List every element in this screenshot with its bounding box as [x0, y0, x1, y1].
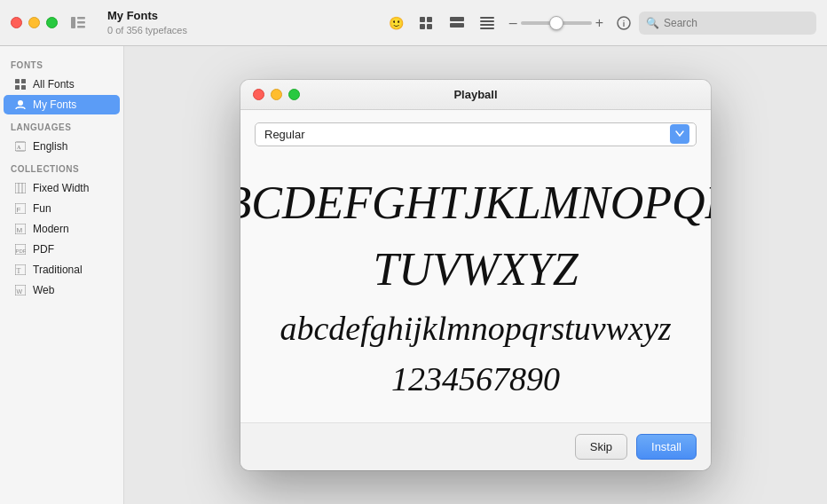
modal-footer: Skip Install [240, 422, 711, 470]
svg-rect-12 [480, 24, 494, 26]
search-input[interactable] [664, 17, 809, 29]
english-icon: A [14, 140, 27, 153]
my-fonts-label: My Fonts [33, 98, 76, 111]
english-label: English [33, 140, 67, 153]
font-variant-selector: Regular [255, 122, 697, 146]
all-fonts-icon [14, 78, 27, 91]
app-subtitle: 0 of 356 typefaces [107, 24, 187, 36]
close-button[interactable] [11, 17, 22, 28]
list-view-button[interactable] [474, 12, 500, 35]
titlebar-center: My Fonts 0 of 356 typefaces [107, 9, 383, 36]
minimize-button[interactable] [28, 17, 40, 28]
main-layout: Fonts All Fonts My Fonts Langua [0, 46, 827, 504]
sidebar: Fonts All Fonts My Fonts Langua [0, 46, 124, 504]
svg-rect-17 [21, 79, 26, 83]
svg-text:T: T [17, 267, 21, 275]
svg-rect-0 [71, 17, 75, 28]
sidebar-item-fun[interactable]: F Fun [4, 199, 120, 218]
sidebar-item-modern[interactable]: M Modern [4, 219, 120, 239]
maximize-button[interactable] [46, 17, 58, 28]
content-area: Playball Regular [124, 46, 827, 504]
svg-rect-19 [21, 85, 26, 90]
modal-maximize-button[interactable] [288, 89, 300, 100]
sidebar-item-all-fonts[interactable]: All Fonts [4, 75, 120, 94]
svg-rect-11 [480, 20, 494, 22]
modal-body: Regular ABCDEFGHTJKLMNOPQRS TUVWXYZ abcd… [240, 110, 711, 423]
svg-rect-8 [450, 17, 464, 21]
font-variant-select[interactable]: Regular [255, 122, 697, 146]
font-preview-area: ABCDEFGHTJKLMNOPQRS TUVWXYZ abcdefghijkl… [255, 164, 697, 411]
sidebar-item-english[interactable]: A English [4, 137, 120, 156]
collections-section-label: Collections [0, 157, 123, 177]
fixed-width-label: Fixed Width [33, 182, 89, 194]
svg-text:A: A [17, 145, 21, 150]
emoji-icon: 🙂 [389, 16, 404, 30]
preview-line-4: 1234567890 [391, 358, 560, 401]
sidebar-item-pdf[interactable]: PDF PDF [4, 240, 120, 259]
traditional-label: Traditional [33, 264, 83, 276]
install-button[interactable]: Install [636, 434, 697, 460]
my-fonts-icon [14, 98, 27, 111]
fun-icon: F [14, 202, 27, 215]
pdf-label: PDF [33, 243, 54, 256]
modal-overlay: Playball Regular [124, 46, 827, 504]
font-install-modal: Playball Regular [240, 80, 711, 471]
preview-line-2: TUVWXYZ [373, 240, 578, 300]
modal-close-button[interactable] [253, 89, 264, 100]
svg-rect-16 [15, 79, 20, 83]
toolbar-controls: 🙂 – + [383, 12, 816, 35]
sidebar-item-fixed-width[interactable]: Fixed Width [4, 178, 120, 198]
svg-text:M: M [17, 226, 23, 234]
modal-minimize-button[interactable] [271, 89, 282, 100]
languages-section-label: Languages [0, 115, 123, 136]
svg-text:PDF: PDF [16, 248, 27, 254]
svg-text:F: F [17, 206, 21, 214]
skip-button[interactable]: Skip [575, 434, 627, 460]
size-slider-area: – + [509, 15, 603, 31]
svg-rect-2 [77, 21, 85, 24]
web-label: Web [33, 284, 54, 296]
app-title: My Fonts [107, 9, 158, 24]
svg-rect-3 [77, 26, 85, 28]
search-box: 🔍 [639, 12, 816, 35]
svg-rect-5 [427, 17, 432, 22]
svg-rect-10 [480, 17, 494, 19]
strip-view-button[interactable] [444, 12, 470, 35]
svg-rect-7 [427, 24, 432, 29]
sidebar-item-my-fonts[interactable]: My Fonts [4, 95, 120, 114]
modern-label: Modern [33, 223, 69, 235]
grid-view-button[interactable] [414, 12, 440, 35]
svg-rect-9 [450, 23, 464, 28]
svg-text:i: i [623, 20, 626, 28]
sidebar-item-traditional[interactable]: T Traditional [4, 260, 120, 280]
titlebar: My Fonts 0 of 356 typefaces 🙂 [0, 0, 827, 46]
modal-title: Playball [453, 88, 497, 101]
all-fonts-label: All Fonts [33, 78, 75, 91]
web-icon: W [14, 284, 27, 296]
preview-line-3: abcdefghijklmnopqrstuvwxyz [280, 307, 671, 350]
size-slider[interactable] [521, 21, 592, 25]
modal-traffic-lights [253, 89, 300, 100]
svg-rect-18 [15, 85, 20, 90]
slider-min-icon: – [509, 15, 517, 31]
view-emoji-button[interactable]: 🙂 [383, 12, 410, 35]
traditional-icon: T [14, 264, 27, 276]
traffic-lights [11, 17, 58, 28]
search-icon: 🔍 [646, 17, 659, 29]
svg-rect-23 [15, 183, 26, 193]
sidebar-item-web[interactable]: W Web [4, 280, 120, 300]
info-button[interactable]: i [612, 12, 635, 35]
svg-rect-6 [420, 24, 425, 29]
slider-max-icon: + [595, 15, 603, 31]
svg-rect-1 [77, 17, 85, 20]
svg-rect-4 [420, 17, 425, 22]
svg-rect-13 [480, 28, 494, 29]
svg-point-20 [18, 100, 23, 106]
fixed-width-icon [14, 182, 27, 194]
modal-titlebar: Playball [240, 80, 711, 110]
svg-text:W: W [17, 288, 23, 295]
sidebar-toggle-button[interactable] [70, 15, 86, 31]
pdf-icon: PDF [14, 243, 27, 256]
preview-line-1: ABCDEFGHTJKLMNOPQRS [240, 173, 711, 233]
modern-icon: M [14, 223, 27, 235]
